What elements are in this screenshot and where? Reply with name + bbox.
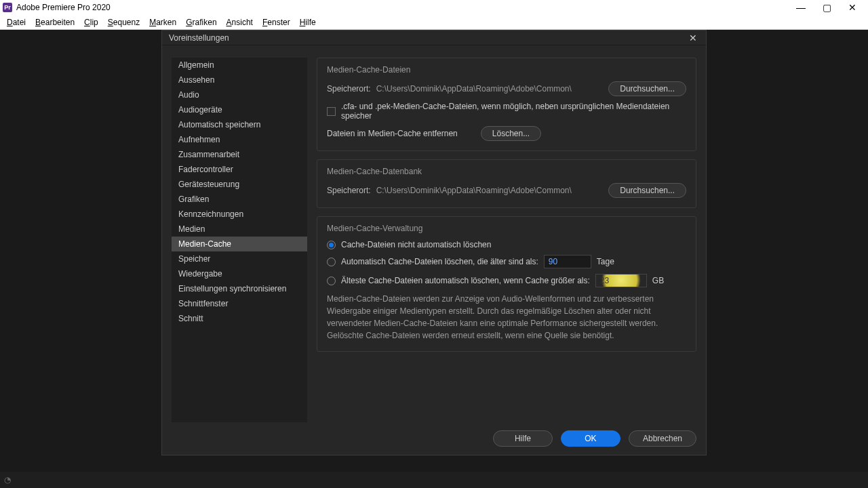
section-media-cache-mgmt: Medien-Cache-Verwaltung Cache-Dateien ni… [317,216,696,352]
days-input[interactable] [544,255,591,268]
radio-size-exceeds-label: Älteste Cache-Dateien automatisch lösche… [341,276,590,285]
menu-ansicht[interactable]: Ansicht [222,16,257,28]
sidebar-item-einstellungen-synchronisieren[interactable]: Einstellungen synchronisieren [172,281,307,296]
sidebar-item-grafiken[interactable]: Grafiken [172,192,307,207]
sidebar-item-audio[interactable]: Audio [172,87,307,102]
menu-hilfe[interactable]: Hilfe [296,16,320,28]
app-icon: Pr [3,3,12,12]
radio-older-than-label: Automatisch Cache-Dateien löschen, die ä… [341,257,538,266]
preferences-sidebar: AllgemeinAussehenAudioAudiogeräteAutomat… [172,58,307,422]
sidebar-item-wiedergabe[interactable]: Wiedergabe [172,266,307,281]
location-path: C:\Users\Dominik\AppData\Roaming\Adobe\C… [376,186,604,195]
sidebar-item-fadercontroller[interactable]: Fadercontroller [172,162,307,177]
help-button[interactable]: Hilfe [493,430,553,447]
sidebar-item-aussehen[interactable]: Aussehen [172,73,307,87]
browse-button[interactable]: Durchsuchen... [608,81,686,96]
menubar: DateiBearbeitenClipSequenzMarkenGrafiken… [0,15,868,30]
sidebar-item-medien-cache[interactable]: Medien-Cache [172,237,307,251]
menu-datei[interactable]: Datei [3,16,30,28]
titlebar: Pr Adobe Premiere Pro 2020 — ▢ ✕ [0,0,868,15]
section-media-cache-files: Medien-Cache-Dateien Speicherort: C:\Use… [317,58,696,151]
menu-grafiken[interactable]: Grafiken [182,16,220,28]
sidebar-item-automatisch-speichern[interactable]: Automatisch speichern [172,117,307,132]
mgmt-description: Medien-Cache-Dateien werden zur Anzeige … [327,293,686,342]
location-path: C:\Users\Dominik\AppData\Roaming\Adobe\C… [376,84,604,94]
close-icon[interactable]: ✕ [687,32,699,44]
sidebar-item-medien[interactable]: Medien [172,222,307,237]
app-title: Adobe Premiere Pro 2020 [16,3,111,12]
sidebar-item-kennzeichnungen[interactable]: Kennzeichnungen [172,207,307,222]
sidebar-item-schnitt[interactable]: Schnitt [172,311,307,326]
cfa-pek-label: .cfa- und .pek-Medien-Cache-Dateien, wen… [341,102,686,121]
sidebar-item-zusammenarbeit[interactable]: Zusammenarbeit [172,147,307,162]
delete-cache-label: Dateien im Medien-Cache entfernen [327,129,458,138]
section-title: Medien-Cache-Verwaltung [327,224,686,233]
menu-marken[interactable]: Marken [145,16,180,28]
close-button[interactable]: ✕ [848,3,857,12]
sidebar-item-aufnehmen[interactable]: Aufnehmen [172,132,307,147]
sidebar-item-audiogeräte[interactable]: Audiogeräte [172,102,307,117]
statusbar: ◔ [0,472,868,488]
sidebar-item-speicher[interactable]: Speicher [172,251,307,266]
menu-bearbeiten[interactable]: Bearbeiten [31,16,79,28]
dialog-footer: Hilfe OK Abbrechen [162,426,706,455]
location-label: Speicherort: [327,186,371,195]
section-title: Medien-Cache-Datenbank [327,167,686,176]
sidebar-item-gerätesteuerung[interactable]: Gerätesteuerung [172,177,307,192]
dialog-header: Voreinstellungen ✕ [162,30,706,45]
preferences-dialog: Voreinstellungen ✕ AllgemeinAussehenAudi… [161,30,707,455]
minimize-button[interactable]: — [796,3,806,12]
menu-fenster[interactable]: Fenster [258,16,294,28]
radio-no-delete[interactable] [327,241,336,249]
maximize-button[interactable]: ▢ [822,3,831,12]
gb-unit: GB [652,276,664,285]
gb-input[interactable] [595,274,647,287]
days-unit: Tage [597,257,614,266]
sidebar-item-schnittfenster[interactable]: Schnittfenster [172,296,307,311]
preferences-content: Medien-Cache-Dateien Speicherort: C:\Use… [317,58,696,422]
section-title: Medien-Cache-Dateien [327,65,686,75]
section-media-cache-db: Medien-Cache-Datenbank Speicherort: C:\U… [317,159,696,208]
location-label: Speicherort: [327,84,371,94]
menu-clip[interactable]: Clip [80,16,102,28]
ok-button[interactable]: OK [561,430,620,447]
browse-button[interactable]: Durchsuchen... [608,183,686,198]
sidebar-item-allgemein[interactable]: Allgemein [172,58,307,73]
cancel-button[interactable]: Abbrechen [629,430,696,447]
dialog-title: Voreinstellungen [169,33,229,43]
status-icon: ◔ [4,475,14,485]
delete-button[interactable]: Löschen... [481,126,541,141]
radio-older-than[interactable] [327,258,336,266]
cfa-pek-checkbox[interactable] [327,107,336,116]
radio-no-delete-label: Cache-Dateien nicht automatisch löschen [341,240,491,249]
menu-sequenz[interactable]: Sequenz [104,16,144,28]
radio-size-exceeds[interactable] [327,277,336,285]
